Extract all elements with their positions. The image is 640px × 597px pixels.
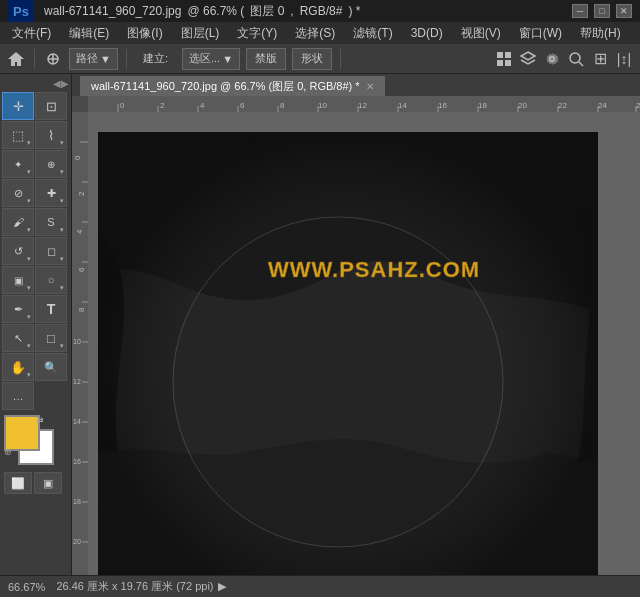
tool-row-7: ▣▾ ○▾: [2, 266, 69, 294]
ruler-v-svg: 0 2 4 6 8 10 12 14 16: [72, 112, 88, 575]
svg-rect-2: [505, 52, 511, 58]
tool-row-10: ✋▾ 🔍: [2, 353, 69, 381]
svg-text:2: 2: [77, 191, 86, 196]
menu-edit[interactable]: 编辑(E): [61, 23, 117, 44]
minimize-button[interactable]: ─: [572, 4, 588, 18]
svg-text:20: 20: [73, 538, 81, 545]
pen-tool[interactable]: ✒▾: [2, 295, 34, 323]
active-tab[interactable]: wall-671141_960_720.jpg @ 66.7% (图层 0, R…: [80, 76, 385, 96]
path-label: 路径: [76, 51, 98, 66]
search-icon[interactable]: [566, 49, 586, 69]
brush-tool[interactable]: 🖌▾: [2, 208, 34, 236]
svg-text:18: 18: [73, 498, 81, 505]
ruler-corner: [72, 96, 88, 112]
svg-text:WWW.PSAHZ.COM: WWW.PSAHZ.COM: [268, 257, 480, 282]
stamp-tool[interactable]: S▾: [35, 208, 67, 236]
create-label: 建立:: [135, 48, 176, 70]
extra-icon2[interactable]: |↕|: [614, 49, 634, 69]
sep3: [340, 49, 341, 69]
menu-layer[interactable]: 图层(L): [173, 23, 228, 44]
collapse-toolbox-button[interactable]: ◀▶: [53, 78, 69, 89]
crop-tool[interactable]: ⊕▾: [35, 150, 67, 178]
shape-button[interactable]: 形状: [292, 48, 332, 70]
menu-filter[interactable]: 滤镜(T): [345, 23, 400, 44]
menu-help[interactable]: 帮助(H): [572, 23, 629, 44]
svg-text:4: 4: [200, 101, 205, 110]
extra-tools[interactable]: …: [2, 382, 34, 410]
tool-row-5: 🖌▾ S▾: [2, 208, 69, 236]
svg-text:14: 14: [398, 101, 407, 110]
svg-point-5: [570, 53, 580, 63]
menu-file[interactable]: 文件(F): [4, 23, 59, 44]
mask-mode[interactable]: ⬜: [4, 472, 32, 494]
foreground-color[interactable]: [4, 415, 40, 451]
image-canvas[interactable]: WWW.PSAHZ.COM: [98, 132, 598, 575]
hand-tool[interactable]: ✋▾: [2, 353, 34, 381]
path-select-tool[interactable]: ↖▾: [2, 324, 34, 352]
ruler-horizontal: 0 2 4 6 8 10 12 14 16: [88, 96, 640, 112]
svg-rect-4: [505, 60, 511, 66]
svg-text:14: 14: [73, 418, 81, 425]
svg-text:16: 16: [73, 458, 81, 465]
marquee-rect-tool[interactable]: ⬚▾: [2, 121, 34, 149]
gradient-tool[interactable]: ▣▾: [2, 266, 34, 294]
zoom-tool[interactable]: 🔍: [35, 353, 67, 381]
menu-text[interactable]: 文字(Y): [229, 23, 285, 44]
menubar: 文件(F) 编辑(E) 图像(I) 图层(L) 文字(Y) 选择(S) 滤镜(T…: [0, 22, 640, 44]
move-tool[interactable]: ✛: [2, 92, 34, 120]
select-dropdown[interactable]: 选区... ▼: [182, 48, 240, 70]
dodge-tool[interactable]: ○▾: [35, 266, 67, 294]
svg-text:24: 24: [598, 101, 607, 110]
title-comma: ,: [290, 4, 293, 18]
artboard-tool[interactable]: ⊡: [35, 92, 67, 120]
svg-text:0: 0: [73, 155, 82, 160]
reset-colors-icon[interactable]: ⊛: [4, 447, 12, 457]
maximize-button[interactable]: □: [594, 4, 610, 18]
close-button[interactable]: ✕: [616, 4, 632, 18]
menu-image[interactable]: 图像(I): [119, 23, 170, 44]
layer-icon[interactable]: [518, 49, 538, 69]
svg-text:2: 2: [160, 101, 165, 110]
svg-text:22: 22: [558, 101, 567, 110]
title-colormode: RGB/8#: [300, 4, 343, 18]
menu-select[interactable]: 选择(S): [287, 23, 343, 44]
eyedrop-tool[interactable]: ⊘▾: [2, 179, 34, 207]
screen-mode[interactable]: ▣: [34, 472, 62, 494]
tool-row-2: ⬚▾ ⌇▾: [2, 121, 69, 149]
status-size: 26.46 厘米 x 19.76 厘米 (72 ppi): [56, 579, 213, 594]
swap-colors-icon[interactable]: ⇄: [36, 415, 44, 425]
toolbox: ◀▶ ✛ ⊡ ⬚▾ ⌇▾ ✦▾ ⊕▾ ⊘▾ ✚▾ 🖌▾ S▾ ↺▾ ◻▾ ▣▾ …: [0, 74, 72, 575]
title-filename: wall-671141_960_720.jpg: [44, 4, 181, 18]
extra-icon1[interactable]: ⊞: [590, 49, 610, 69]
ps-logo: Ps: [8, 0, 34, 22]
lasso-tool[interactable]: ⌇▾: [35, 121, 67, 149]
svg-text:10: 10: [73, 338, 81, 345]
arrange-icon[interactable]: [494, 49, 514, 69]
mode-icons: ⬜ ▣: [4, 472, 67, 494]
eraser-tool[interactable]: ◻▾: [35, 237, 67, 265]
shape-tool[interactable]: □▾: [35, 324, 67, 352]
text-tool[interactable]: T: [35, 295, 67, 323]
svg-text:4: 4: [75, 229, 84, 234]
menu-view[interactable]: 视图(V): [453, 23, 509, 44]
settings-icon[interactable]: [542, 49, 562, 69]
wand-tool[interactable]: ✦▾: [2, 150, 34, 178]
tool-row-6: ↺▾ ◻▾: [2, 237, 69, 265]
title-layer: 图层 0: [250, 3, 284, 20]
history-tool[interactable]: ↺▾: [2, 237, 34, 265]
ban-button[interactable]: 禁版: [246, 48, 286, 70]
heal-tool[interactable]: ✚▾: [35, 179, 67, 207]
title-left: Ps wall-671141_960_720.jpg @ 66.7% ( 图层 …: [8, 0, 360, 22]
home-icon[interactable]: [6, 49, 26, 69]
menu-3d[interactable]: 3D(D): [403, 24, 451, 42]
path-dropdown[interactable]: 路径 ▼: [69, 48, 118, 70]
canvas-area: wall-671141_960_720.jpg @ 66.7% (图层 0, R…: [72, 74, 640, 575]
sep1: [34, 49, 35, 69]
tool-row-extras: …: [2, 382, 69, 410]
title-at: @ 66.7% (: [187, 4, 244, 18]
menu-window[interactable]: 窗口(W): [511, 23, 570, 44]
tab-close-button[interactable]: ✕: [366, 81, 374, 92]
path-brush-icon[interactable]: [43, 49, 63, 69]
tool-row-4: ⊘▾ ✚▾: [2, 179, 69, 207]
status-arrow[interactable]: ▶: [218, 580, 226, 593]
